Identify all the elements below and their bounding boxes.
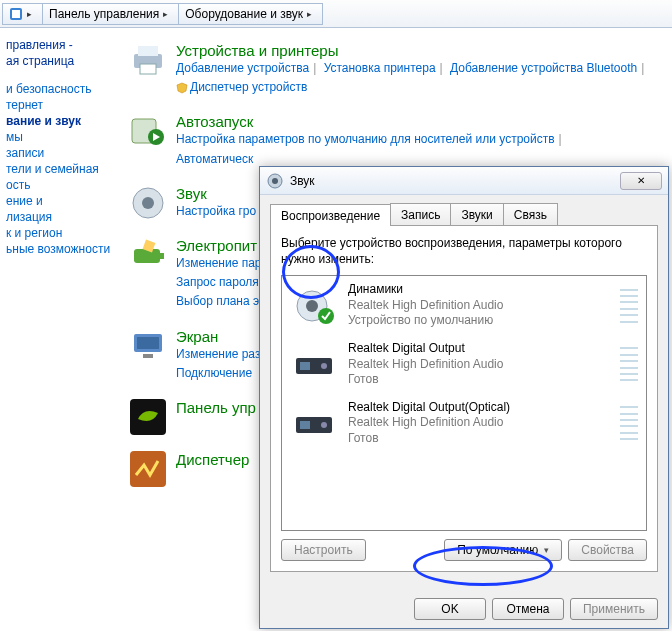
svg-rect-25: [300, 421, 310, 429]
tab-sounds[interactable]: Звуки: [450, 203, 503, 225]
sidebar-item[interactable]: тернет: [6, 98, 114, 112]
chevron-right-icon: ▸: [303, 9, 316, 19]
shield-icon: [176, 82, 188, 94]
sidebar-item[interactable]: лизация: [6, 210, 114, 224]
category-title[interactable]: Электропит: [176, 237, 257, 254]
sidebar-item[interactable]: ение и: [6, 194, 114, 208]
svg-point-19: [306, 300, 318, 312]
sidebar-item[interactable]: тели и семейная: [6, 162, 114, 176]
speaker-device-icon: [290, 286, 338, 326]
category-autoplay: Автозапуск Настройка параметров по умолч…: [130, 113, 668, 168]
device-driver: Realtek High Definition Audio: [348, 357, 620, 373]
chevron-right-icon: ▸: [23, 9, 36, 19]
sidebar-item-active[interactable]: вание и звук: [6, 114, 114, 128]
dialog-titlebar[interactable]: Звук ✕: [260, 167, 668, 195]
properties-button[interactable]: Свойства: [568, 539, 647, 561]
category-link[interactable]: Добавление устройства Bluetooth: [450, 61, 637, 75]
control-panel-icon: [9, 7, 23, 21]
category-link[interactable]: Настройка параметров по умолчанию для но…: [176, 132, 555, 146]
printer-icon: [130, 42, 166, 78]
breadcrumb-label: Оборудование и звук: [185, 7, 303, 21]
device-driver: Realtek High Definition Audio: [348, 415, 620, 431]
device-status: Устройство по умолчанию: [348, 313, 620, 329]
close-button[interactable]: ✕: [620, 172, 662, 190]
svg-rect-22: [300, 362, 310, 370]
battery-icon: [130, 237, 166, 273]
device-item[interactable]: Динамики Realtek High Definition Audio У…: [282, 276, 646, 335]
category-link[interactable]: Настройка гро: [176, 204, 256, 218]
category-title[interactable]: Устройства и принтеры: [176, 42, 338, 59]
device-list[interactable]: Динамики Realtek High Definition Audio У…: [281, 275, 647, 531]
svg-rect-14: [137, 337, 159, 349]
category-title[interactable]: Звук: [176, 185, 207, 202]
category-link[interactable]: Изменение раз: [176, 347, 260, 361]
sidebar-item[interactable]: к и регион: [6, 226, 114, 240]
svg-rect-15: [143, 354, 153, 358]
nvidia-icon: [130, 399, 166, 435]
sidebar-item[interactable]: ьные возможности: [6, 242, 114, 256]
device-status: Готов: [348, 431, 620, 447]
apply-button[interactable]: Применить: [570, 598, 658, 620]
tab-panel-playback: Выберите устройство воспроизведения, пар…: [270, 226, 658, 572]
sound-dialog: Звук ✕ Воспроизведение Запись Звуки Связ…: [259, 166, 669, 629]
category-title[interactable]: Автозапуск: [176, 113, 253, 130]
sidebar-item[interactable]: ость: [6, 178, 114, 192]
category-link[interactable]: Добавление устройства: [176, 61, 309, 75]
category-title[interactable]: Экран: [176, 328, 218, 345]
device-driver: Realtek High Definition Audio: [348, 298, 620, 314]
close-icon: ✕: [637, 175, 645, 186]
category-link[interactable]: Автоматическ: [176, 152, 253, 166]
svg-rect-3: [138, 46, 158, 56]
device-name: Realtek Digital Output: [348, 341, 620, 357]
breadcrumb-root[interactable]: ▸: [2, 3, 43, 25]
category-link[interactable]: Выбор плана э: [176, 294, 259, 308]
speaker-icon: [266, 172, 284, 190]
breadcrumb-item-1[interactable]: Панель управления ▸: [42, 3, 179, 25]
configure-button[interactable]: Настроить: [281, 539, 366, 561]
category-link[interactable]: Запрос пароля: [176, 275, 259, 289]
digital-device-icon: [290, 403, 338, 443]
device-item[interactable]: Realtek Digital Output(Optical) Realtek …: [282, 394, 646, 453]
level-meter-icon: [620, 289, 638, 323]
cancel-button[interactable]: Отмена: [492, 598, 564, 620]
category-link[interactable]: Изменение пар: [176, 256, 262, 270]
sidebar-item[interactable]: и безопасность: [6, 82, 114, 96]
speaker-icon: [130, 185, 166, 221]
breadcrumb-item-2[interactable]: Оборудование и звук ▸: [178, 3, 323, 25]
svg-point-23: [321, 363, 327, 369]
monitor-icon: [130, 328, 166, 364]
dialog-title: Звук: [290, 174, 315, 188]
sidebar-heading: правления -: [6, 38, 114, 52]
svg-point-17: [272, 178, 278, 184]
instruction-text: Выберите устройство воспроизведения, пар…: [281, 236, 647, 267]
tab-recording[interactable]: Запись: [390, 203, 451, 225]
category-title[interactable]: Панель упр: [176, 399, 256, 416]
ok-button[interactable]: OK: [414, 598, 486, 620]
svg-rect-11: [160, 253, 164, 259]
sidebar-heading: ая страница: [6, 54, 114, 68]
sidebar: правления - ая страница и безопасность т…: [0, 28, 120, 631]
breadcrumb: ▸ Панель управления ▸ Оборудование и зву…: [0, 0, 672, 28]
tab-communications[interactable]: Связь: [503, 203, 558, 225]
category-link[interactable]: Подключение: [176, 366, 252, 380]
svg-rect-4: [140, 64, 156, 74]
tab-playback[interactable]: Воспроизведение: [270, 204, 391, 226]
device-name: Динамики: [348, 282, 620, 298]
sidebar-item[interactable]: записи: [6, 146, 114, 160]
category-link[interactable]: Установка принтера: [324, 61, 436, 75]
set-default-button[interactable]: По умолчанию: [444, 539, 562, 561]
category-title[interactable]: Диспетчер: [176, 451, 249, 468]
category-devices-printers: Устройства и принтеры Добавление устройс…: [130, 42, 668, 97]
breadcrumb-label: Панель управления: [49, 7, 159, 21]
svg-point-9: [142, 197, 154, 209]
category-link[interactable]: Диспетчер устройств: [190, 80, 307, 94]
level-meter-icon: [620, 406, 638, 440]
level-meter-icon: [620, 347, 638, 381]
svg-rect-10: [134, 249, 160, 263]
device-status: Готов: [348, 372, 620, 388]
device-item[interactable]: Realtek Digital Output Realtek High Defi…: [282, 335, 646, 394]
svg-point-26: [321, 422, 327, 428]
digital-device-icon: [290, 344, 338, 384]
sidebar-item[interactable]: мы: [6, 130, 114, 144]
device-name: Realtek Digital Output(Optical): [348, 400, 620, 416]
